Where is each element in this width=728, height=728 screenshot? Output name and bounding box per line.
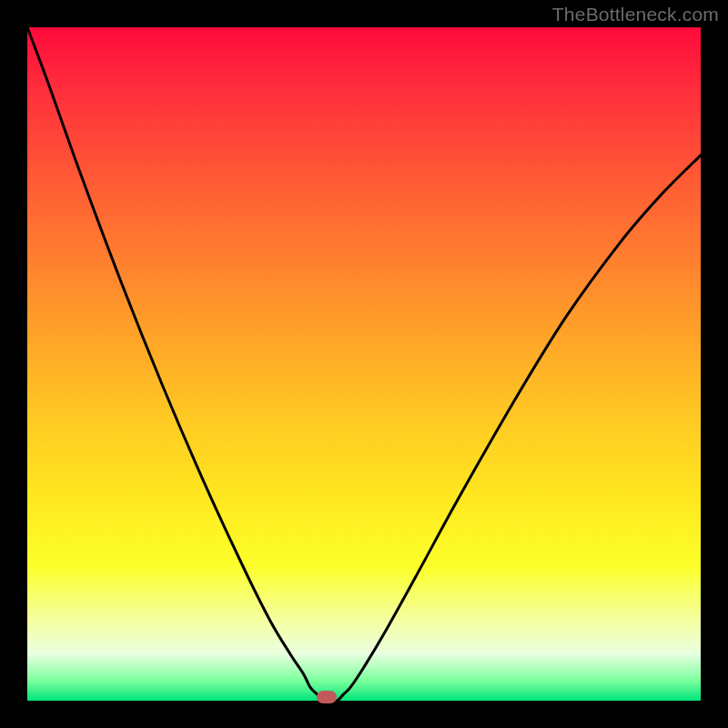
bottleneck-curve (27, 27, 701, 701)
watermark-text: TheBottleneck.com (552, 4, 719, 25)
curve-layer (27, 27, 701, 701)
chart-frame: TheBottleneck.com (0, 0, 728, 728)
minimum-marker (317, 691, 337, 703)
plot-area (27, 27, 701, 701)
